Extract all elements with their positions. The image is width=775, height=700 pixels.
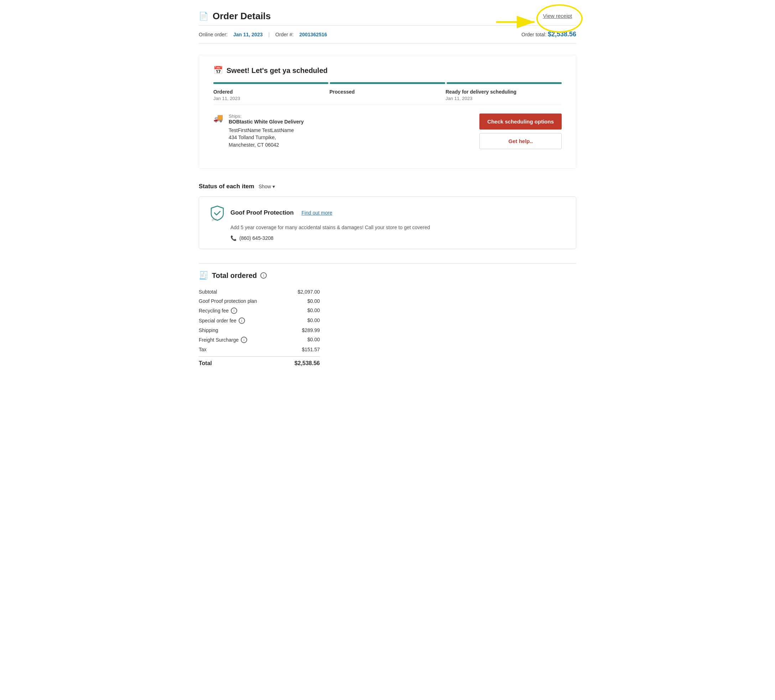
totals-row-tax: Tax $151.57 <box>199 345 320 354</box>
shipping-value: $289.99 <box>302 327 320 333</box>
status-title: Status of each item <box>199 183 254 190</box>
progress-track <box>213 82 562 84</box>
progress-step-ordered: Ordered Jan 11, 2023 <box>213 89 329 101</box>
order-number-label: Order #: <box>275 32 293 37</box>
total-info-icon[interactable]: i <box>260 272 267 279</box>
progress-step-processed: Processed <box>329 89 446 101</box>
delivery-address: 434 Tolland Turnpike, Manchester, CT 060… <box>229 134 304 149</box>
page-title: Order Details <box>213 11 271 22</box>
truck-icon: 🚚 <box>213 113 223 149</box>
svg-text:goof: goof <box>212 218 217 221</box>
receipt-icon: 🧾 <box>199 271 208 280</box>
freight-surcharge-label: Freight Surcharge i <box>199 337 247 343</box>
totals-row-goof-proof: Goof Proof protection plan $0.00 <box>199 297 320 306</box>
goof-proof-plan-label: Goof Proof protection plan <box>199 298 257 304</box>
goof-proof-phone: 📞 (860) 645-3208 <box>230 235 566 241</box>
step-ordered-label: Ordered <box>213 89 329 95</box>
goof-proof-icon: goof <box>209 205 225 221</box>
progress-segment-3 <box>447 82 562 84</box>
view-receipt-button[interactable]: View receipt <box>539 11 576 21</box>
shipping-label: Shipping <box>199 327 218 333</box>
document-icon: 📄 <box>199 12 208 21</box>
totals-row-special-order: Special order fee i $0.00 <box>199 316 320 326</box>
ships-type: BOBtastic White Glove Delivery <box>229 119 304 124</box>
goof-proof-plan-value: $0.00 <box>308 298 320 304</box>
meta-divider: | <box>268 32 269 37</box>
scheduling-title: Sweet! Let's get ya scheduled <box>226 66 328 75</box>
totals-row-total: Total $2,538.56 <box>199 356 320 368</box>
phone-icon: 📞 <box>230 235 236 241</box>
progress-segment-1 <box>213 82 328 84</box>
freight-info-icon[interactable]: i <box>241 337 247 343</box>
show-toggle[interactable]: Show ▾ <box>259 184 275 189</box>
total-section-title: Total ordered <box>212 272 257 280</box>
totals-row-subtotal: Subtotal $2,097.00 <box>199 287 320 297</box>
special-order-fee-label: Special order fee i <box>199 317 245 324</box>
calendar-icon: 📅 <box>213 66 223 75</box>
tax-label: Tax <box>199 347 206 352</box>
goof-proof-title: Goof Proof Protection <box>230 209 294 216</box>
order-number-value: 2001362516 <box>299 32 327 37</box>
order-total-label: Order total: <box>521 32 546 37</box>
subtotal-label: Subtotal <box>199 289 217 295</box>
show-label: Show <box>259 184 271 189</box>
chevron-down-icon: ▾ <box>273 184 275 189</box>
step-ready-date: Jan 11, 2023 <box>446 96 562 101</box>
totals-row-shipping: Shipping $289.99 <box>199 326 320 335</box>
ships-label: Ships: <box>229 113 304 119</box>
recipient-name: TestFirstName TestLastName <box>229 128 304 133</box>
get-help-button[interactable]: Get help.. <box>479 133 562 149</box>
order-total-amount: $2,538.56 <box>548 31 576 38</box>
status-section: Status of each item Show ▾ goof Goof Pro… <box>199 183 576 249</box>
order-date-value: Jan 11, 2023 <box>233 32 263 37</box>
scheduling-section: 📅 Sweet! Let's get ya scheduled Ordered … <box>199 55 576 169</box>
special-order-fee-value: $0.00 <box>308 317 320 324</box>
special-order-info-icon[interactable]: i <box>239 317 245 324</box>
order-meta-bar: Online order: Jan 11, 2023 | Order #: 20… <box>199 25 576 43</box>
recycling-fee-label: Recycling fee i <box>199 307 237 314</box>
progress-segment-2 <box>330 82 445 84</box>
order-date-label: Online order: <box>199 32 228 37</box>
check-scheduling-button[interactable]: Check scheduling options <box>479 113 562 129</box>
goof-proof-card: goof Goof Proof Protection Find out more… <box>199 196 576 249</box>
progress-step-ready: Ready for delivery scheduling Jan 11, 20… <box>446 89 562 101</box>
total-value: $2,538.56 <box>294 360 320 367</box>
tax-value: $151.57 <box>302 347 320 352</box>
totals-table: Subtotal $2,097.00 Goof Proof protection… <box>199 287 320 368</box>
totals-row-recycling: Recycling fee i $0.00 <box>199 306 320 316</box>
freight-surcharge-value: $0.00 <box>308 337 320 343</box>
progress-steps: Ordered Jan 11, 2023 Processed Ready for… <box>213 89 562 101</box>
address-line2: Manchester, CT 06042 <box>229 142 279 148</box>
total-section: 🧾 Total ordered i Subtotal $2,097.00 Goo… <box>199 263 576 368</box>
find-out-more-link[interactable]: Find out more <box>302 210 332 216</box>
phone-number: (860) 645-3208 <box>239 235 274 241</box>
goof-proof-description: Add 5 year coverage for many accidental … <box>230 224 566 230</box>
delivery-section: 🚚 Ships: BOBtastic White Glove Delivery … <box>213 105 562 158</box>
recycling-info-icon[interactable]: i <box>231 307 237 314</box>
totals-row-freight: Freight Surcharge i $0.00 <box>199 335 320 345</box>
step-processed-label: Processed <box>329 89 446 95</box>
total-label: Total <box>199 360 212 367</box>
address-line1: 434 Tolland Turnpike, <box>229 134 276 140</box>
step-ordered-date: Jan 11, 2023 <box>213 96 329 101</box>
recycling-fee-value: $0.00 <box>308 307 320 314</box>
step-ready-label: Ready for delivery scheduling <box>446 89 562 95</box>
subtotal-value: $2,097.00 <box>298 289 320 295</box>
